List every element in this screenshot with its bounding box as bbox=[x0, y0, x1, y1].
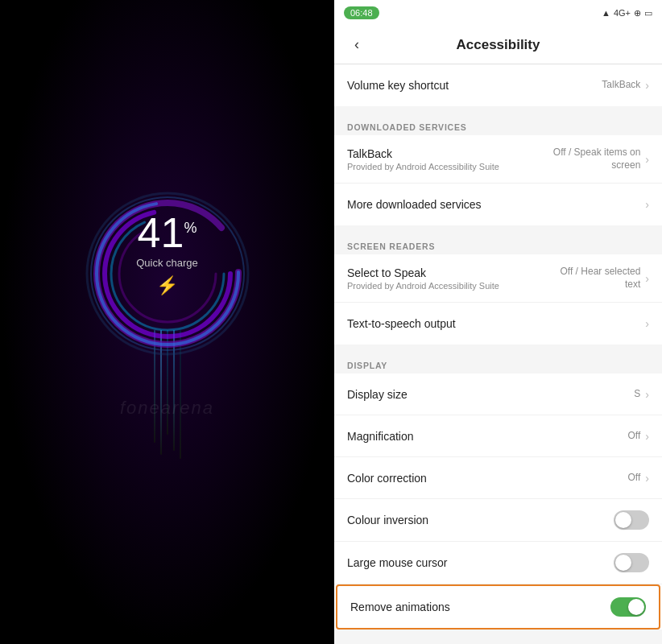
section-header-display: DISPLAY bbox=[334, 351, 662, 374]
charge-info: 41% Quick charge ⚡ bbox=[136, 212, 198, 296]
chevron-display-size: › bbox=[645, 388, 649, 401]
item-subtitle-select-to-speak: Provided by Android Accessibility Suite bbox=[347, 281, 544, 291]
signal-text: 4G+ bbox=[614, 8, 631, 18]
item-title-talkback: TalkBack bbox=[347, 147, 544, 160]
item-content-volume-key-shortcut: Volume key shortcut bbox=[347, 79, 602, 92]
chevron-select-to-speak: › bbox=[645, 272, 649, 285]
watermark: fonearena bbox=[120, 398, 214, 419]
item-value-magnification: Off bbox=[628, 430, 641, 443]
toggle-colour-inversion[interactable] bbox=[614, 510, 649, 530]
chevron-volume-key-shortcut: › bbox=[645, 79, 649, 92]
settings-item-text-to-speech-output[interactable]: Text-to-speech output› bbox=[334, 303, 662, 345]
item-title-color-correction: Color correction bbox=[347, 472, 628, 485]
wifi-icon: ⊕ bbox=[634, 8, 641, 19]
settings-item-colour-inversion[interactable]: Colour inversion bbox=[334, 499, 662, 542]
item-content-talkback: TalkBackProvided by Android Accessibilit… bbox=[347, 147, 544, 171]
settings-group-screen-readers: Select to SpeakProvided by Android Acces… bbox=[334, 254, 662, 345]
item-title-more-downloaded-services: More downloaded services bbox=[347, 198, 640, 211]
topbar: ‹ Accessibility bbox=[334, 26, 662, 64]
item-title-volume-key-shortcut: Volume key shortcut bbox=[347, 79, 602, 92]
item-content-color-correction: Color correction bbox=[347, 472, 628, 485]
chevron-text-to-speech-output: › bbox=[645, 317, 649, 330]
settings-item-more-downloaded-services[interactable]: More downloaded services› bbox=[334, 184, 662, 225]
chevron-magnification: › bbox=[645, 430, 649, 443]
item-title-select-to-speak: Select to Speak bbox=[347, 266, 544, 279]
ring-wrapper: 41% Quick charge ⚡ bbox=[79, 185, 256, 332]
item-content-colour-inversion: Colour inversion bbox=[347, 514, 614, 526]
item-content-large-mouse-cursor: Large mouse cursor bbox=[347, 556, 614, 569]
status-bar: 06:48 ▲ 4G+ ⊕ ▭ bbox=[334, 0, 662, 26]
signal-icon: ▲ bbox=[602, 8, 610, 18]
section-header-screen-readers: SCREEN READERS bbox=[334, 232, 662, 254]
bolt-icon: ⚡ bbox=[136, 275, 198, 296]
charge-label: Quick charge bbox=[136, 257, 198, 269]
settings-item-magnification[interactable]: MagnificationOff› bbox=[334, 415, 662, 457]
item-value-volume-key-shortcut: TalkBack bbox=[602, 79, 640, 92]
item-title-remove-animations: Remove animations bbox=[350, 601, 610, 613]
item-content-display-size: Display size bbox=[347, 388, 634, 401]
settings-item-volume-key-shortcut[interactable]: Volume key shortcutTalkBack› bbox=[334, 64, 662, 106]
settings-group-top: Volume key shortcutTalkBack› bbox=[334, 64, 662, 106]
settings-group-display: Display sizeS›MagnificationOff›Color cor… bbox=[334, 374, 662, 630]
settings-item-display-size[interactable]: Display sizeS› bbox=[334, 374, 662, 415]
item-content-remove-animations: Remove animations bbox=[350, 601, 610, 613]
item-content-more-downloaded-services: More downloaded services bbox=[347, 198, 640, 211]
section-header-interaction-controls: INTERACTION CONTROLS bbox=[334, 636, 662, 644]
item-value-talkback: Off / Speak items on screen bbox=[544, 147, 640, 171]
item-title-magnification: Magnification bbox=[347, 430, 628, 443]
item-title-colour-inversion: Colour inversion bbox=[347, 514, 614, 526]
item-title-large-mouse-cursor: Large mouse cursor bbox=[347, 556, 614, 569]
item-value-color-correction: Off bbox=[628, 472, 641, 485]
status-icons: ▲ 4G+ ⊕ ▭ bbox=[602, 8, 652, 19]
chevron-talkback: › bbox=[645, 153, 649, 166]
settings-item-remove-animations[interactable]: Remove animations bbox=[336, 584, 660, 630]
left-panel: 41% Quick charge ⚡ fonearena bbox=[0, 0, 334, 644]
settings-item-select-to-speak[interactable]: Select to SpeakProvided by Android Acces… bbox=[334, 254, 662, 303]
item-subtitle-talkback: Provided by Android Accessibility Suite bbox=[347, 162, 544, 171]
back-button[interactable]: ‹ bbox=[344, 32, 370, 58]
item-content-magnification: Magnification bbox=[347, 430, 628, 443]
toggle-remove-animations[interactable] bbox=[610, 597, 646, 617]
section-header-downloaded-services: DOWNLOADED SERVICES bbox=[334, 113, 662, 135]
settings-item-talkback[interactable]: TalkBackProvided by Android Accessibilit… bbox=[334, 135, 662, 184]
chevron-more-downloaded-services: › bbox=[645, 198, 649, 211]
settings-item-color-correction[interactable]: Color correctionOff› bbox=[334, 457, 662, 499]
item-value-select-to-speak: Off / Hear selected text bbox=[544, 266, 640, 291]
item-title-text-to-speech-output: Text-to-speech output bbox=[347, 317, 640, 330]
item-title-display-size: Display size bbox=[347, 388, 634, 401]
item-content-text-to-speech-output: Text-to-speech output bbox=[347, 317, 640, 330]
chevron-color-correction: › bbox=[645, 472, 649, 485]
page-title: Accessibility bbox=[370, 37, 627, 53]
charge-percentage: 41% bbox=[136, 212, 198, 254]
status-time: 06:48 bbox=[344, 6, 379, 19]
toggle-large-mouse-cursor[interactable] bbox=[614, 553, 649, 572]
settings-item-large-mouse-cursor[interactable]: Large mouse cursor bbox=[334, 542, 662, 584]
item-value-display-size: S bbox=[634, 388, 640, 401]
settings-group-downloaded-services: TalkBackProvided by Android Accessibilit… bbox=[334, 135, 662, 225]
item-content-select-to-speak: Select to SpeakProvided by Android Acces… bbox=[347, 266, 544, 291]
settings-list: Volume key shortcutTalkBack›DOWNLOADED S… bbox=[334, 64, 662, 644]
battery-icon: ▭ bbox=[644, 8, 652, 19]
right-panel: 06:48 ▲ 4G+ ⊕ ▭ ‹ Accessibility Volume k… bbox=[334, 0, 662, 644]
